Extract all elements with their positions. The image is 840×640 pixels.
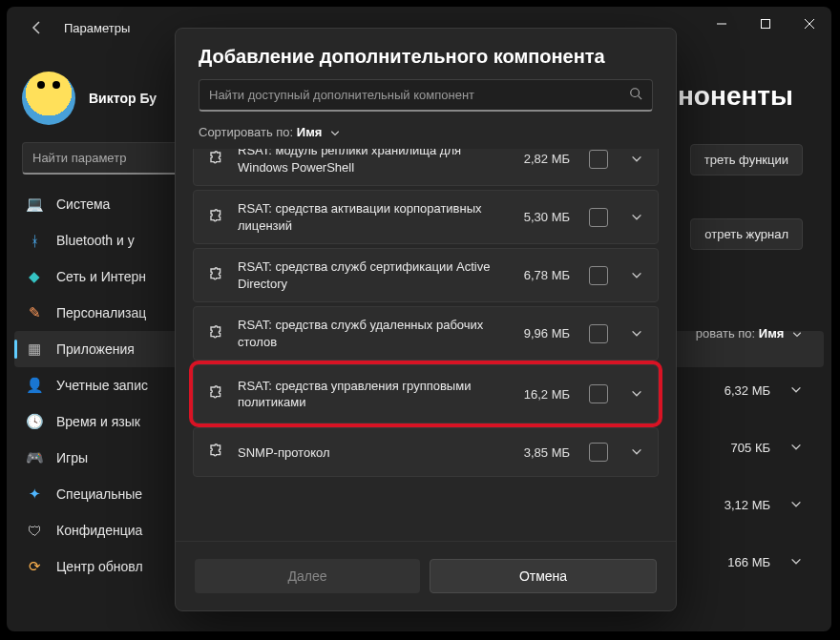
feature-size: 5,30 МБ [509,210,570,224]
maximize-button[interactable] [744,7,788,41]
feature-size: 2,82 МБ [509,152,570,166]
page-title: ноненты [678,81,793,112]
feature-name: RSAT: средства служб удаленных рабочих с… [238,317,497,350]
chevron-down-icon [789,498,803,511]
chevron-down-icon [789,441,803,454]
chevron-down-icon [630,211,643,224]
svg-point-6 [631,89,640,97]
chevron-down-icon [630,387,643,401]
sidebar-item-label: Учетные запис [56,378,148,393]
puzzle-icon [205,383,226,404]
feature-row[interactable]: RSAT: средства служб сертификации Active… [193,248,659,302]
dialog-actions: Далее Отмена [176,541,676,610]
expand-button[interactable] [627,445,646,459]
search-placeholder: Найти параметр [32,151,126,165]
feature-list: RSAT: модуль реплики хранилища для Windo… [176,149,676,541]
sidebar-icon: 💻 [26,196,43,213]
dialog-search-placeholder: Найти доступный дополнительный компонент [209,88,474,102]
feature-size: 6,32 МБ [724,383,770,398]
expand-button[interactable] [627,269,646,282]
feature-checkbox[interactable] [589,324,608,343]
view-functions-button[interactable]: треть функции [690,144,803,175]
chevron-down-icon [789,555,803,568]
minimize-button[interactable] [700,7,744,41]
feature-size: 9,96 МБ [509,326,570,341]
puzzle-icon [205,265,226,286]
sidebar-icon: 🎮 [26,449,43,466]
feature-name: RSAT: средства управления групповыми пол… [238,378,497,411]
feature-name: SNMP-протокол [238,444,497,462]
chevron-down-icon [630,269,643,282]
sidebar-icon: ◆ [26,268,43,285]
add-feature-dialog: Добавление дополнительного компонента На… [175,28,677,611]
sidebar-item-label: Конфиденциа [56,523,142,538]
sidebar-icon: ▦ [26,341,43,358]
dialog-sort[interactable]: Сортировать по: Имя [176,125,676,149]
sidebar-icon: ᚼ [26,232,43,249]
puzzle-icon [205,207,226,228]
sidebar-item-label: Приложения [56,341,135,357]
feature-size: 705 КБ [731,441,770,455]
avatar [22,72,75,125]
sidebar-icon: 🕓 [26,413,43,430]
sidebar-item-label: Персонализац [56,305,146,320]
sidebar-item-label: Время и язык [56,414,140,429]
feature-size: 6,78 МБ [509,268,570,282]
next-button[interactable]: Далее [195,559,420,593]
cancel-button[interactable]: Отмена [430,559,657,593]
expand-button[interactable] [627,327,646,341]
feature-name: RSAT: средства активации корпоративных л… [238,200,497,234]
window-title: Параметры [64,21,130,35]
view-journal-button[interactable]: отреть журнал [690,218,803,250]
expand-button[interactable] [627,211,646,224]
chevron-down-icon [630,445,643,459]
feature-name: RSAT: средства служб сертификации Active… [238,258,497,292]
sidebar-item-label: Bluetooth и у [56,233,135,248]
feature-size: 3,85 МБ [509,445,570,460]
feature-row[interactable]: RSAT: средства активации корпоративных л… [193,190,659,244]
sidebar-icon: ✎ [26,304,43,321]
profile-name: Виктор Бу [89,91,157,106]
installed-feature-row[interactable]: 6,32 МБ [669,369,803,411]
puzzle-icon [205,442,226,463]
expand-button[interactable] [627,387,646,401]
feature-name: RSAT: модуль реплики хранилища для Windo… [238,149,497,175]
svg-rect-1 [762,20,770,29]
sidebar-icon: 🛡 [26,522,43,539]
feature-row[interactable]: RSAT: средства служб удаленных рабочих с… [193,306,659,361]
feature-search-input[interactable]: Найти доступный дополнительный компонент [199,79,653,112]
installed-feature-row[interactable]: 705 КБ [669,426,803,468]
sidebar-item-label: Специальные [56,486,142,502]
feature-checkbox[interactable] [589,208,608,227]
feature-row[interactable]: SNMP-протокол 3,85 МБ [193,427,659,477]
feature-checkbox[interactable] [589,266,608,285]
feature-size: 166 МБ [727,555,770,569]
search-icon [629,87,642,103]
installed-feature-row[interactable]: 3,12 МБ [669,484,803,526]
dialog-title: Добавление дополнительного компонента [176,29,676,79]
feature-row[interactable]: RSAT: средства управления групповыми пол… [193,364,659,423]
close-button[interactable] [788,7,831,41]
feature-row[interactable]: RSAT: модуль реплики хранилища для Windo… [193,149,659,186]
chevron-down-icon [630,327,643,341]
sidebar-icon: ⟳ [26,558,43,575]
installed-feature-row[interactable]: 166 МБ [669,541,803,583]
main-sort[interactable]: ровать по: Имя [696,326,803,341]
sidebar-item-label: Сеть и Интерн [56,269,146,284]
sidebar-item-label: Игры [56,450,88,465]
feature-size: 16,2 МБ [509,387,570,402]
settings-window: Параметры Виктор Бу Найти параметр 💻Сист… [7,7,831,631]
feature-checkbox[interactable] [589,384,608,403]
sidebar-icon: 👤 [26,377,43,394]
expand-button[interactable] [627,153,646,166]
chevron-down-icon [789,383,803,397]
chevron-down-icon [630,153,643,166]
feature-checkbox[interactable] [589,443,608,462]
puzzle-icon [205,323,226,344]
feature-size: 3,12 МБ [724,498,770,512]
svg-line-7 [639,96,642,100]
sidebar-item-label: Центр обновл [56,559,143,574]
sidebar-item-label: Система [56,196,110,212]
feature-checkbox[interactable] [589,150,608,169]
back-button[interactable] [22,12,52,43]
